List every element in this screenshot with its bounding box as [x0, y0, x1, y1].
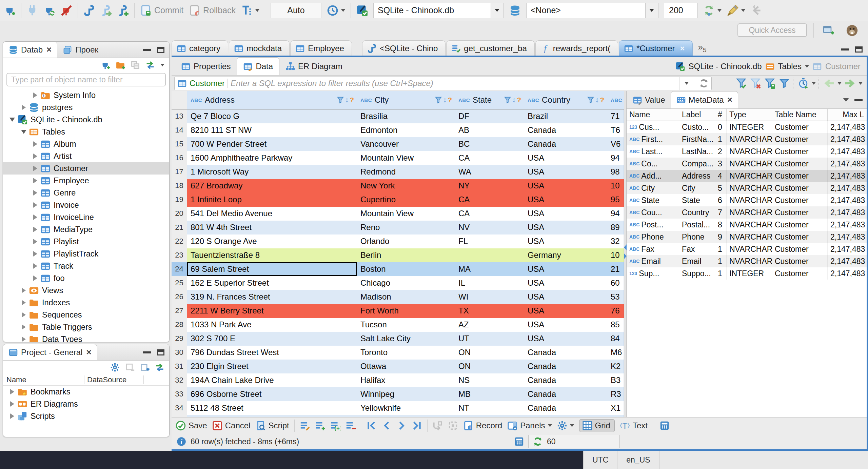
cell-city[interactable]: Berlin: [357, 248, 455, 262]
gear-icon[interactable]: [110, 363, 120, 372]
meta-type[interactable]: NVARCHAR: [727, 133, 772, 145]
delete-row-icon[interactable]: [346, 421, 356, 431]
cell-postal[interactable]: 84: [607, 332, 624, 346]
refresh-button[interactable]: [703, 5, 722, 16]
dropdown-arrow-icon[interactable]: [859, 82, 863, 85]
cell-city[interactable]: Cupertino: [357, 193, 455, 207]
row-number[interactable]: 31: [172, 360, 187, 373]
meta-max-length[interactable]: 2,147,483: [828, 145, 868, 158]
minimize-icon[interactable]: [854, 99, 863, 101]
cell-city[interactable]: Orlando: [357, 234, 455, 248]
column-label[interactable]: Label: [679, 109, 715, 121]
tree-item-views[interactable]: Views: [3, 284, 169, 297]
cell-country[interactable]: USA: [524, 179, 607, 193]
cell-address[interactable]: 162 E Superior Street: [187, 276, 357, 290]
cell-country[interactable]: USA: [524, 290, 607, 304]
save-button[interactable]: Save: [176, 421, 207, 431]
meta-name[interactable]: ABCLast...: [627, 145, 679, 158]
meta-label[interactable]: Country: [679, 206, 715, 219]
chevron-right-icon[interactable]: [31, 154, 40, 159]
back-history-icon[interactable]: [751, 5, 762, 16]
quick-access-input[interactable]: Quick Access: [737, 23, 807, 37]
cell-country[interactable]: Canada: [524, 373, 607, 387]
cell-city[interactable]: Boston: [357, 262, 455, 276]
cell-postal[interactable]: B3: [607, 373, 624, 387]
meta-table[interactable]: Customer: [772, 133, 828, 145]
row-number[interactable]: 32: [172, 373, 187, 387]
meta-name[interactable]: 123Cus...: [627, 121, 679, 133]
dropdown-arrow-icon[interactable]: [837, 82, 842, 85]
row-number[interactable]: 28: [172, 318, 187, 332]
cell-postal[interactable]: K2: [607, 360, 624, 373]
chevron-right-icon[interactable]: [19, 337, 28, 342]
previous-page-icon[interactable]: [823, 78, 835, 89]
metadata-row-firstna[interactable]: ABCFirst...FirstNa...1NVARCHARCustomer2,…: [627, 133, 867, 145]
chevron-right-icon[interactable]: [19, 312, 28, 318]
filter-history-dropdown[interactable]: [679, 77, 693, 90]
chevron-down-icon[interactable]: [8, 118, 17, 122]
view-menu-icon[interactable]: [160, 64, 164, 66]
filter-icon[interactable]: [337, 96, 344, 104]
new-connection-icon[interactable]: g stroke="#3d85c6" stroke-width="2.1" st…: [4, 5, 16, 16]
meta-table[interactable]: Customer: [772, 255, 828, 267]
meta-max-length[interactable]: 2,147,483: [828, 182, 868, 194]
sql-editor-icon[interactable]: [83, 5, 95, 16]
fetch-size-input[interactable]: 200: [664, 3, 698, 18]
cell-address[interactable]: 541 Del Medio Avenue: [187, 207, 357, 221]
meta-type[interactable]: NVARCHAR: [727, 255, 772, 267]
column-type[interactable]: Type: [727, 109, 772, 121]
meta-name[interactable]: ABCState: [627, 194, 679, 206]
meta-max-length[interactable]: 2,147,483: [828, 231, 868, 243]
metadata-row-email[interactable]: ABCEmailEmail1NVARCHARCustomer2,147,483: [627, 255, 867, 267]
meta-name[interactable]: ABCCou...: [627, 206, 679, 219]
tree-item-mediatype[interactable]: MediaType: [3, 223, 169, 236]
cell-address[interactable]: 8210 111 ST NW: [187, 123, 357, 137]
cell-address[interactable]: 1600 Amphitheatre Parkway: [187, 151, 357, 165]
cell-state[interactable]: DF: [455, 109, 524, 123]
meta-max-length[interactable]: 2,147,483: [828, 267, 868, 280]
cell-address[interactable]: 796 Dundas Street West: [187, 346, 357, 360]
meta-max-length[interactable]: 2,147,483: [828, 170, 868, 182]
save-filter-icon[interactable]: [764, 78, 776, 89]
meta-max-length[interactable]: 2,147,483: [828, 133, 868, 145]
tree-item-tables[interactable]: Tables: [3, 126, 169, 138]
editor-tab-employee[interactable]: Employee: [290, 40, 352, 56]
tree-item-data-types[interactable]: Data Types: [3, 333, 169, 342]
column-header-state[interactable]: ABCState ↕?: [455, 91, 524, 109]
filter-field[interactable]: Customer Enter a SQL expression to filte…: [174, 77, 712, 90]
meta-ordinal[interactable]: 8: [715, 219, 727, 231]
cell-postal[interactable]: 10: [607, 248, 624, 262]
tree-item-employee[interactable]: Employee: [3, 175, 169, 187]
tab-properties[interactable]: Properties: [175, 57, 237, 75]
cell-country[interactable]: USA: [524, 276, 607, 290]
cell-country[interactable]: Canada: [524, 401, 607, 415]
cell-state[interactable]: NS: [455, 373, 524, 387]
view-menu-icon[interactable]: [843, 98, 849, 102]
metadata-row-custo[interactable]: 123Cus...Custo...0INTEGERCustomer2,147,4…: [627, 121, 867, 133]
cell-postal[interactable]: 53: [607, 290, 624, 304]
cell-postal[interactable]: 32: [607, 234, 624, 248]
close-icon[interactable]: ×: [46, 44, 52, 55]
metadata-row-compa[interactable]: ABCCo...Compa...3NVARCHARCustomer2,147,4…: [627, 158, 867, 170]
dropdown-arrow-icon[interactable]: [805, 65, 809, 68]
meta-label[interactable]: LastNa...: [679, 145, 715, 158]
cell-state[interactable]: WI: [455, 290, 524, 304]
column-header-postal-partial[interactable]: ABC: [607, 91, 624, 109]
cell-country[interactable]: Canada: [524, 346, 607, 360]
cell-address[interactable]: 1 Microsoft Way: [187, 165, 357, 179]
cell-address[interactable]: 5112 48 Street: [187, 401, 357, 415]
chevron-right-icon[interactable]: [31, 251, 40, 257]
row-number[interactable]: 27: [172, 304, 187, 318]
cell-city[interactable]: Halifax: [357, 373, 455, 387]
cell-postal[interactable]: 98: [607, 165, 624, 179]
row-number[interactable]: 33: [172, 387, 187, 401]
cell-state[interactable]: UT: [455, 332, 524, 346]
tab-overflow-indicator[interactable]: »5: [693, 42, 710, 56]
editor-tab-mockdata[interactable]: mockdata: [229, 40, 290, 56]
apply-filter-icon[interactable]: [736, 78, 747, 89]
transaction-history-button[interactable]: [327, 5, 345, 16]
tree-item-album[interactable]: Album: [3, 138, 169, 150]
schema-combo-dropdown[interactable]: [645, 3, 658, 18]
cell-state[interactable]: MB: [455, 387, 524, 401]
cell-country[interactable]: USA: [524, 234, 607, 248]
